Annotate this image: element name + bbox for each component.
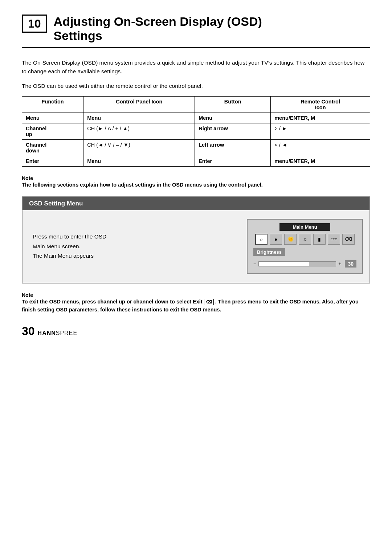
osd-slider-track: [258, 261, 336, 266]
osd-screen: Main Menu ☼ ● 🌞 ♫ ▮ ETC ⌫ Brightness −: [247, 219, 363, 274]
chapter-title: Adjusting On-Screen Display (OSD) Settin…: [54, 15, 262, 43]
cell-function: Menu: [22, 113, 83, 123]
col-remote: Remote ControlIcon: [271, 97, 370, 113]
osd-icon-etc: ETC: [328, 234, 340, 245]
cell-icon: Menu: [83, 156, 195, 167]
osd-screen-mockup: Main Menu ☼ ● 🌞 ♫ ▮ ETC ⌫ Brightness −: [247, 219, 363, 274]
note1-block: Note The following sections explain how …: [22, 175, 370, 189]
osd-menu-header: OSD Setting Menu: [23, 197, 369, 210]
osd-icon-brightness: ☼: [255, 234, 268, 245]
table-row: Channelup CH (► / Λ / + / ▲) Right arrow…: [22, 123, 370, 140]
osd-slider-fill: [259, 262, 309, 266]
cell-button: Right arrow: [195, 123, 271, 140]
osd-icon-color: 🌞: [284, 234, 297, 245]
slider-minus-icon: −: [253, 261, 256, 267]
cell-remote: menu/ENTER, M: [271, 156, 370, 167]
exit-icon-symbol: ⌫: [204, 299, 214, 305]
table-row: Menu Menu Menu menu/ENTER, M: [22, 113, 370, 123]
note1-label: Note: [22, 175, 370, 181]
cell-remote: > / ►: [271, 123, 370, 140]
note2-label: Note: [22, 292, 370, 298]
osd-menu-left-text: Press menu to enter the OSD Main Menu sc…: [33, 232, 236, 261]
brand-name: HANNspree: [38, 330, 77, 336]
osd-slider-row: − + 30: [252, 260, 358, 268]
cell-icon: CH (► / Λ / + / ▲): [83, 123, 195, 140]
osd-menu-content: Press menu to enter the OSD Main Menu sc…: [23, 210, 369, 283]
chapter-header: 10 Adjusting On-Screen Display (OSD) Set…: [22, 15, 370, 48]
cell-button: Menu: [195, 113, 271, 123]
osd-icon-contrast: ●: [270, 234, 282, 245]
col-button: Button: [195, 97, 271, 113]
brand-hann: HANN: [38, 330, 56, 336]
table-row: Channeldown CH (◄ / ∨ / – / ▼) Left arro…: [22, 140, 370, 156]
cell-function: Enter: [22, 156, 83, 167]
intro-para1: The On-Screen Display (OSD) menu system …: [22, 58, 370, 76]
cell-remote: menu/ENTER, M: [271, 113, 370, 123]
osd-menu-box: OSD Setting Menu Press menu to enter the…: [22, 196, 370, 283]
brand-suffix: spree: [56, 330, 77, 336]
cell-icon: CH (◄ / ∨ / – / ▼): [83, 140, 195, 156]
cell-function: Channeldown: [22, 140, 83, 156]
cell-icon: Menu: [83, 113, 195, 123]
osd-icons-row: ☼ ● 🌞 ♫ ▮ ETC ⌫: [252, 234, 358, 245]
osd-brightness-label: Brightness: [252, 248, 358, 260]
slider-plus-icon: +: [338, 261, 341, 267]
cell-remote: < / ◄: [271, 140, 370, 156]
note2-block: Note To exit the OSD menus, press channe…: [22, 292, 370, 314]
osd-screen-title: Main Menu: [279, 223, 330, 231]
osd-slider-value: 30: [345, 260, 356, 268]
col-function: Function: [22, 97, 83, 113]
osd-icon-sound: ♫: [299, 234, 311, 245]
note2-text: To exit the OSD menus, press channel up …: [22, 298, 370, 314]
control-table: Function Control Panel Icon Button Remot…: [22, 96, 370, 167]
page-footer: 30 HANNspree: [22, 325, 370, 338]
intro-para2: The OSD can be used with either the remo…: [22, 82, 370, 90]
osd-icon-exit: ⌫: [342, 234, 355, 245]
chapter-number: 10: [22, 15, 47, 33]
osd-icon-screen: ▮: [313, 234, 326, 245]
cell-button: Enter: [195, 156, 271, 167]
note1-text: The following sections explain how to ad…: [22, 181, 370, 189]
table-row: Enter Menu Enter menu/ENTER, M: [22, 156, 370, 167]
col-control-panel: Control Panel Icon: [83, 97, 195, 113]
page-number: 30: [22, 325, 35, 338]
cell-button: Left arrow: [195, 140, 271, 156]
cell-function: Channelup: [22, 123, 83, 140]
